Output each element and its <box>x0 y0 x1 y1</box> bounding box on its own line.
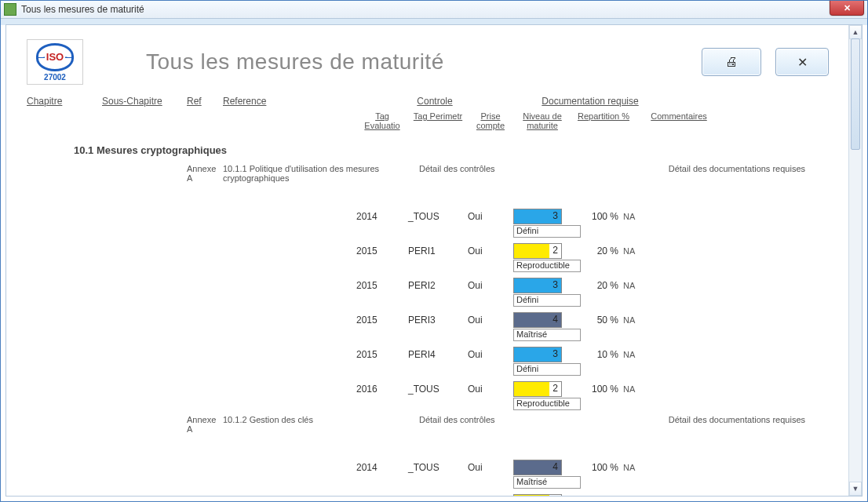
maturity-bar: 4 <box>513 460 562 475</box>
prise-compte: Oui <box>468 280 513 291</box>
repartition-percent: 50 % <box>571 315 623 326</box>
maturity-label-row: Défini <box>27 294 829 308</box>
data-row: 2015_TOUSOui2100 %NA <box>27 493 829 496</box>
tag-perimetre: _TOUS <box>408 211 468 222</box>
data-row: 2015PERI3Oui450 %NA <box>27 311 829 329</box>
window-title: Tous les mesures de maturité <box>21 4 144 15</box>
reference-row: Annexe A10.1.2 Gestion des clésDétail de… <box>27 415 829 434</box>
subcol-repartition: Repartition % <box>571 111 636 130</box>
scroll-track[interactable] <box>849 38 862 482</box>
tag-evaluation: 2015 <box>356 315 408 326</box>
maturity-label-row: Défini <box>27 225 829 239</box>
iso-number: 27002 <box>44 73 66 82</box>
col-reference: Reference <box>223 96 356 107</box>
scroll-down-arrow-icon[interactable]: ▼ <box>849 482 862 496</box>
globe-icon: ISO <box>36 43 74 71</box>
col-ref: Ref <box>187 96 223 107</box>
data-row: 2015PERI2Oui320 %NA <box>27 277 829 294</box>
maturity-bar-cell: 3 <box>513 347 571 362</box>
tag-evaluation: 2016 <box>356 384 408 395</box>
maturity-label: Défini <box>513 225 581 238</box>
window-close-button[interactable]: ✕ <box>830 1 864 16</box>
maturity-value: 3 <box>553 279 558 290</box>
tag-evaluation: 2014 <box>356 462 408 473</box>
tag-perimetre: PERI4 <box>408 349 468 360</box>
maturity-label-row: Reproductible <box>27 260 829 274</box>
vertical-scrollbar[interactable]: ▲ ▼ <box>848 25 862 496</box>
tag-evaluation: 2015 <box>356 349 408 360</box>
sub-column-headers: Tag Evaluatio Tag Perimetr Prise compte … <box>27 111 829 130</box>
close-button[interactable]: ✕ <box>775 48 829 76</box>
repartition-percent: 100 % <box>571 462 623 473</box>
maturity-value: 3 <box>553 210 558 221</box>
col-sous-chapitre: Sous-Chapitre <box>102 96 187 107</box>
col-controle: Controle <box>356 96 513 107</box>
prise-compte: Oui <box>468 349 513 360</box>
iso-logo: ISO 27002 <box>27 39 83 85</box>
maturity-bar: 2 <box>513 243 562 259</box>
commentaire: NA <box>623 350 655 359</box>
maturity-bar-cell: 4 <box>513 460 571 475</box>
top-buttons: 🖨 ✕ <box>702 48 829 76</box>
subcol-prise-compte: Prise compte <box>468 111 513 130</box>
page-title: Tous les mesures de maturité <box>146 49 444 75</box>
maturity-label: Défini <box>513 363 581 376</box>
data-row: 2014_TOUSOui3100 %NA <box>27 208 829 225</box>
controls-detail-label: Détail des contrôles <box>419 164 592 183</box>
subcol-tag-eval: Tag Evaluatio <box>356 111 408 130</box>
maturity-label-row: Défini <box>27 363 829 377</box>
maturity-bar-fill <box>514 244 549 258</box>
commentaire: NA <box>623 315 655 325</box>
tag-evaluation: 2015 <box>356 246 408 256</box>
col-chapitre: Chapitre <box>27 96 102 107</box>
maturity-bar-fill <box>514 382 549 396</box>
maturity-label-row: Maîtrisé <box>27 476 829 490</box>
groups-container: Annexe A10.1.1 Politique d'utilisation d… <box>27 164 829 496</box>
data-row: 2015PERI1Oui220 %NA <box>27 242 829 260</box>
subcol-commentaires: Commentaires <box>636 111 722 130</box>
titlebar: Tous les mesures de maturité ✕ <box>1 1 867 19</box>
maturity-label-row: Maîtrisé <box>27 329 829 343</box>
header: ISO 27002 Tous les mesures de maturité 🖨… <box>27 39 829 85</box>
repartition-percent: 100 % <box>571 384 623 395</box>
prise-compte: Oui <box>468 462 513 473</box>
print-button[interactable]: 🖨 <box>702 48 761 76</box>
repartition-percent: 10 % <box>571 349 623 360</box>
subcol-niveau: Niveau de maturite <box>513 111 571 130</box>
repartition-percent: 100 % <box>571 211 623 222</box>
repartition-percent: 20 % <box>571 246 623 256</box>
maturity-bar-cell: 2 <box>513 243 571 259</box>
prise-compte: Oui <box>468 246 513 256</box>
tag-perimetre: PERI2 <box>408 280 468 291</box>
commentaire: NA <box>623 384 655 394</box>
documentation-detail-label: Détail des documentations requises <box>592 415 829 434</box>
maturity-label-row: Reproductible <box>27 398 829 412</box>
commentaire: NA <box>623 463 655 472</box>
reference-row: Annexe A10.1.1 Politique d'utilisation d… <box>27 164 829 183</box>
app-icon <box>4 3 16 16</box>
annex-label: Annexe A <box>187 164 223 183</box>
maturity-value: 3 <box>553 348 558 359</box>
maturity-bar: 3 <box>513 347 562 362</box>
maturity-value: 4 <box>553 314 558 325</box>
scroll-thumb[interactable] <box>851 38 860 150</box>
annex-label: Annexe A <box>187 415 223 434</box>
maturity-label: Reproductible <box>513 398 581 410</box>
tag-evaluation: 2015 <box>356 280 408 291</box>
data-row: 2014_TOUSOui4100 %NA <box>27 459 829 476</box>
maturity-bar: 3 <box>513 278 562 293</box>
tag-perimetre: _TOUS <box>408 462 468 473</box>
maturity-bar-cell: 3 <box>513 209 571 224</box>
maturity-bar: 4 <box>513 312 562 328</box>
controls-detail-label: Détail des contrôles <box>419 415 592 434</box>
tag-perimetre: PERI1 <box>408 246 468 256</box>
section-title: 10.1 Mesures cryptographiques <box>74 144 829 156</box>
scroll-up-arrow-icon[interactable]: ▲ <box>849 25 862 39</box>
data-row: 2015PERI4Oui310 %NA <box>27 346 829 363</box>
tag-perimetre: _TOUS <box>408 384 468 395</box>
prise-compte: Oui <box>468 384 513 395</box>
column-headers: Chapitre Sous-Chapitre Ref Reference Con… <box>27 96 829 107</box>
maturity-label: Maîtrisé <box>513 476 581 489</box>
maturity-bar: 2 <box>513 494 562 496</box>
maturity-bar-fill <box>514 495 549 496</box>
